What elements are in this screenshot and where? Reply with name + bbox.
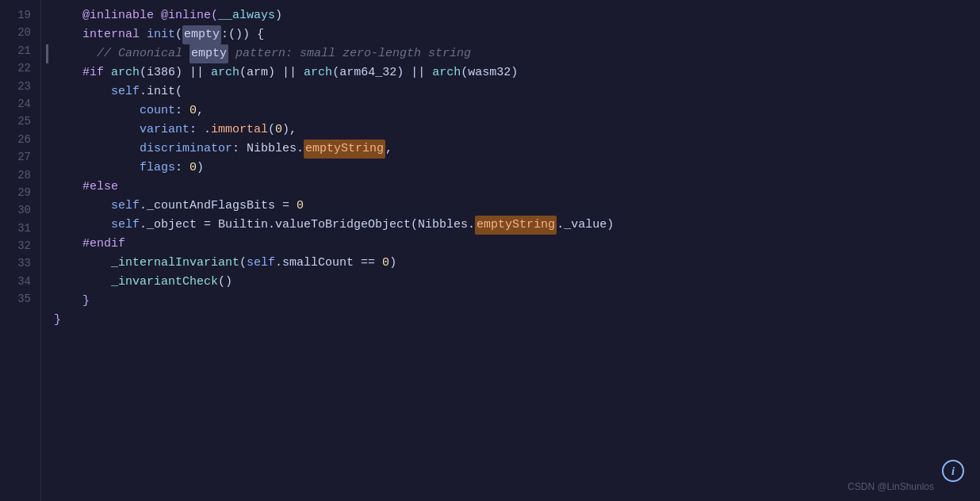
code-token: (arm64_32) ||: [332, 63, 432, 82]
code-token: :: [175, 159, 189, 178]
code-area: @inlinable @inline(__always) internal in…: [41, 0, 980, 501]
code-token: (i386) ||: [140, 63, 211, 82]
code-token: (: [268, 120, 275, 140]
code-token: self: [247, 254, 275, 273]
code-token: ,: [385, 140, 392, 159]
code-token: (): [218, 273, 232, 292]
code-line: internal init(empty:()) {: [54, 25, 980, 44]
code-token: [54, 178, 82, 197]
code-token: empty: [189, 44, 228, 63]
code-token: .smallCount ==: [275, 254, 382, 273]
code-token: arch: [111, 63, 140, 82]
code-token: count: [140, 101, 175, 120]
code-token: (wasm32): [461, 63, 518, 82]
code-line: // Canonical empty pattern: small zero-l…: [54, 44, 980, 63]
code-token: }: [54, 292, 90, 311]
code-token: .init(: [140, 82, 182, 101]
code-token: __always: [218, 6, 275, 25]
code-token: ) {: [243, 25, 264, 44]
code-token: ): [275, 6, 282, 25]
code-token: arch: [211, 63, 239, 82]
code-token: : .: [189, 120, 211, 140]
code-line: #endif: [54, 235, 980, 254]
code-token: ): [389, 254, 396, 273]
code-token: self: [111, 216, 140, 235]
code-token: [54, 273, 111, 292]
code-token: pattern: small zero-length string: [228, 44, 471, 63]
line-number: 19: [0, 6, 40, 24]
line-number: 28: [0, 166, 40, 184]
code-token: [54, 159, 140, 178]
line-number: 33: [0, 254, 40, 272]
code-token: #if: [82, 63, 104, 82]
code-token: discriminator: [140, 140, 232, 159]
code-token: [54, 82, 111, 101]
code-token: _invariantCheck: [111, 273, 218, 292]
line-number: 32: [0, 237, 40, 254]
code-token: [54, 25, 82, 44]
code-token: // Canonical: [54, 44, 189, 63]
line-numbers: 1920212223242526272829303132333435: [0, 0, 41, 501]
code-line: self._countAndFlagsBits = 0: [54, 197, 980, 216]
code-token: (: [239, 254, 247, 273]
code-token: ._value): [557, 216, 614, 235]
code-line: self._object = Builtin.valueToBridgeObje…: [54, 216, 980, 235]
code-token: : Nibbles.: [232, 140, 304, 159]
code-token: empty: [182, 25, 221, 44]
code-token: #endif: [82, 235, 125, 254]
code-token: ._object = Builtin.valueToBridgeObject(N…: [140, 216, 475, 235]
code-line: _invariantCheck(): [54, 273, 980, 292]
code-line: self.init(: [54, 82, 980, 101]
code-token: [54, 120, 140, 140]
code-token: ),: [282, 120, 297, 140]
code-token: [54, 63, 82, 82]
line-number: 23: [0, 78, 40, 95]
code-line: }: [54, 311, 980, 330]
code-token: 0: [189, 159, 197, 178]
code-token: init: [147, 25, 175, 44]
code-token: [54, 101, 140, 120]
code-token: :: [175, 101, 189, 120]
line-number: 30: [0, 201, 40, 219]
code-token: @inlinable @inline(: [54, 6, 218, 25]
code-token: [140, 25, 147, 44]
code-token: (: [175, 25, 182, 44]
code-token: 0: [189, 101, 197, 120]
line-number: 31: [0, 220, 40, 237]
code-editor: 1920212223242526272829303132333435 @inli…: [0, 0, 980, 501]
code-token: arch: [432, 63, 461, 82]
code-token: immortal: [211, 120, 268, 140]
line-number: 26: [0, 131, 40, 148]
line-number: 29: [0, 184, 40, 201]
code-token: ,: [197, 101, 204, 120]
code-line: #if arch(i386) || arch(arm) || arch(arm6…: [54, 63, 980, 82]
code-line: _internalInvariant(self.smallCount == 0): [54, 254, 980, 273]
code-token: :(): [221, 25, 243, 44]
code-token: variant: [140, 120, 189, 140]
watermark: CSDN @LinShunlos: [848, 480, 934, 495]
code-token: internal: [82, 25, 140, 44]
code-line: @inlinable @inline(__always): [54, 6, 980, 25]
code-token: _internalInvariant: [111, 254, 239, 273]
code-token: 0: [297, 197, 304, 216]
code-token: }: [54, 311, 61, 330]
code-token: self: [111, 82, 140, 101]
line-number: 27: [0, 148, 40, 166]
code-line: variant: .immortal(0),: [54, 120, 980, 140]
code-token: [54, 140, 140, 159]
code-token: [54, 235, 82, 254]
code-line: flags: 0): [54, 159, 980, 178]
code-line: #else: [54, 178, 980, 197]
code-token: flags: [140, 159, 175, 178]
code-token: [104, 63, 111, 82]
code-token: ): [197, 159, 204, 178]
line-number: 35: [0, 290, 40, 308]
info-button[interactable]: i: [942, 460, 964, 482]
code-line: discriminator: Nibbles.emptyString,: [54, 140, 980, 159]
line-number: 22: [0, 59, 40, 77]
code-token: emptyString: [304, 140, 385, 159]
code-line: count: 0,: [54, 101, 980, 120]
line-number: 34: [0, 273, 40, 290]
line-number: 25: [0, 113, 40, 130]
line-number: 24: [0, 95, 40, 113]
